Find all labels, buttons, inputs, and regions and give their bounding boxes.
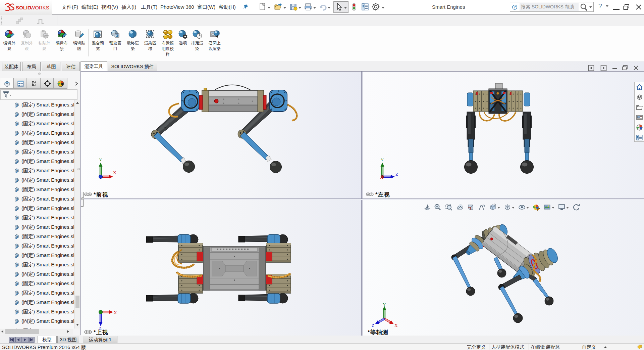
- svg-text:Z: Z: [99, 325, 102, 330]
- svg-text:WORKS: WORKS: [30, 5, 49, 10]
- svg-text:SOLID: SOLID: [16, 5, 31, 10]
- svg-text:X: X: [114, 310, 117, 315]
- svg-text:Y: Y: [381, 157, 384, 162]
- svg-text:!: !: [295, 8, 296, 11]
- svg-text:?: ?: [514, 5, 516, 9]
- svg-text:Y: Y: [383, 303, 386, 307]
- svg-text:X: X: [113, 170, 116, 175]
- svg-text:X: X: [394, 323, 398, 328]
- svg-text:Y: Y: [99, 157, 102, 162]
- svg-text:Z: Z: [395, 172, 398, 177]
- svg-text:Z: Z: [372, 323, 374, 328]
